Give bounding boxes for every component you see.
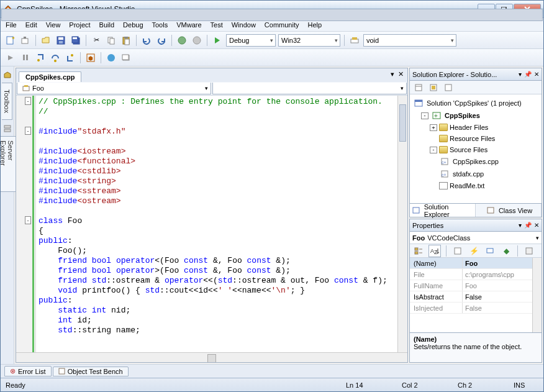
step-into-icon[interactable] (34, 52, 47, 64)
toolbox-tab[interactable]: Toolbox (2, 83, 12, 120)
scroll-thumb[interactable] (399, 104, 406, 142)
panel-close-icon[interactable]: ✕ (534, 71, 539, 78)
prop-row-isabstract[interactable]: IsAbstractFalse (410, 291, 532, 303)
menu-edit[interactable]: Edit (25, 21, 37, 29)
server-explorer-icon[interactable] (1, 122, 14, 135)
prop-row-name[interactable]: (Name)Foo (410, 258, 532, 269)
platform-combo[interactable]: Win32 (278, 34, 340, 47)
panel-close-icon[interactable]: ✕ (534, 222, 539, 229)
properties-grid[interactable]: (Name)Foo Filec:\programs\cpp FullNameFo… (410, 258, 532, 332)
menu-tools[interactable]: Tools (152, 21, 168, 29)
properties-object-combo[interactable]: FooVCCodeClass (410, 232, 542, 244)
outline-toggle[interactable]: - (25, 127, 31, 135)
prop-grid-icon[interactable] (523, 245, 535, 257)
prop-pages-icon[interactable] (451, 245, 464, 257)
nav-back-icon[interactable] (176, 34, 188, 47)
config-combo[interactable]: Debug (226, 34, 276, 47)
solution-node[interactable]: Solution 'CppSpikes' (1 project) (412, 97, 539, 109)
menu-test[interactable]: Test (211, 21, 223, 29)
start-debug-icon[interactable] (211, 34, 224, 47)
step-over-icon[interactable] (49, 52, 61, 64)
save-all-icon[interactable] (70, 34, 82, 47)
test-bench-icon (58, 368, 65, 375)
expander-icon[interactable]: + (430, 124, 437, 131)
menu-file[interactable]: File (6, 21, 17, 29)
menu-community[interactable]: Community (265, 21, 299, 29)
menu-debug[interactable]: Debug (123, 21, 143, 29)
step-out-icon[interactable] (64, 52, 76, 64)
file-stdafx[interactable]: c+stdafx.cpp (412, 168, 539, 180)
tab-error-list[interactable]: ⊗Error List (4, 366, 52, 376)
svg-rect-58 (526, 248, 532, 254)
prop-row-fullname[interactable]: FullNameFoo (410, 280, 532, 291)
nav-fwd-icon[interactable] (191, 34, 203, 47)
undo-icon[interactable] (140, 34, 153, 47)
prop-row-file[interactable]: Filec:\programs\cpp (410, 269, 532, 280)
tab-solution-explorer[interactable]: Solution Explorer (410, 204, 476, 217)
tab-close-icon[interactable]: ✕ (398, 70, 404, 78)
server-explorer-tab[interactable]: Server Explorer (1, 136, 16, 192)
menu-vmware[interactable]: VMware (176, 21, 201, 29)
expander-icon[interactable]: - (421, 112, 428, 119)
solution-explorer-toolbar (410, 81, 542, 94)
tab-object-test-bench[interactable]: Object Test Bench (53, 367, 129, 376)
vertical-scrollbar[interactable] (397, 96, 407, 352)
svg-rect-35 (415, 84, 422, 91)
paste-icon[interactable] (120, 34, 132, 47)
save-icon[interactable] (55, 34, 67, 47)
alphabetical-icon[interactable]: AZ (428, 245, 441, 257)
properties-scrollbar[interactable] (532, 258, 542, 332)
find-icon[interactable] (348, 34, 361, 47)
code-text[interactable]: // CppSpikes.cpp : Defines the entry poi… (36, 96, 397, 352)
tab-dropdown-icon[interactable]: ▾ (391, 70, 394, 78)
add-item-icon[interactable] (19, 34, 32, 47)
prop-row-isinjected[interactable]: IsInjectedFalse (410, 303, 532, 314)
folder-source-files[interactable]: -Source Files (412, 144, 539, 155)
scope-combo-right[interactable] (212, 83, 407, 94)
panel-pin-icon[interactable]: 📌 (524, 71, 532, 78)
new-project-icon[interactable]: ✶ (4, 34, 17, 47)
redo-icon[interactable] (155, 34, 168, 47)
expander-icon[interactable]: - (430, 147, 437, 153)
vmware2-icon[interactable] (120, 52, 132, 64)
project-node[interactable]: -+CppSpikes (412, 109, 539, 122)
horizontal-scrollbar[interactable] (16, 352, 407, 362)
toolbox-icon[interactable] (1, 69, 14, 81)
menu-project[interactable]: Project (69, 21, 90, 29)
file-cppspikes[interactable]: c+CppSpikes.cpp (412, 155, 539, 168)
vmware-icon[interactable] (105, 52, 117, 64)
svg-point-23 (37, 59, 40, 62)
events-icon[interactable]: ⚡ (468, 245, 480, 257)
refresh-icon[interactable] (442, 81, 455, 94)
pause-icon[interactable] (19, 52, 32, 64)
open-icon[interactable] (40, 34, 52, 47)
overrides-icon[interactable]: ◆ (500, 245, 512, 257)
messages-icon[interactable] (484, 245, 496, 257)
menu-view[interactable]: View (46, 21, 61, 29)
cut-icon[interactable]: ✂ (90, 34, 102, 47)
doc-tab-cppspikes[interactable]: CppSpikes.cpp (19, 71, 81, 82)
panel-pin-icon[interactable]: 📌 (524, 222, 532, 229)
solution-tree[interactable]: Solution 'CppSpikes' (1 project) -+CppSp… (410, 94, 542, 203)
outline-toggle[interactable]: - (25, 216, 31, 224)
folder-resource-files[interactable]: Resource Files (412, 133, 539, 144)
outline-toggle[interactable]: - (25, 97, 31, 105)
properties-icon[interactable] (412, 81, 425, 94)
folder-header-files[interactable]: +Header Files (412, 122, 539, 133)
menu-build[interactable]: Build (99, 21, 114, 29)
hex-icon[interactable]: ⬢ (84, 52, 97, 64)
panel-dropdown-icon[interactable]: ▾ (519, 222, 522, 229)
tab-class-view[interactable]: Class View (476, 204, 542, 217)
code-gutter[interactable]: - - - (16, 96, 36, 352)
scope-combo-left[interactable]: Foo (17, 83, 211, 94)
show-all-icon[interactable] (427, 81, 440, 94)
panel-dropdown-icon[interactable]: ▾ (519, 71, 522, 78)
copy-icon[interactable] (105, 34, 117, 47)
play-icon[interactable] (4, 52, 17, 64)
categorized-icon[interactable] (412, 245, 425, 257)
find-combo[interactable]: void (363, 34, 456, 47)
menu-help[interactable]: Help (307, 21, 322, 29)
file-readme[interactable]: ReadMe.txt (412, 180, 539, 191)
menu-window[interactable]: Window (232, 21, 256, 29)
solution-panel-tabs: Solution Explorer Class View (410, 203, 542, 217)
